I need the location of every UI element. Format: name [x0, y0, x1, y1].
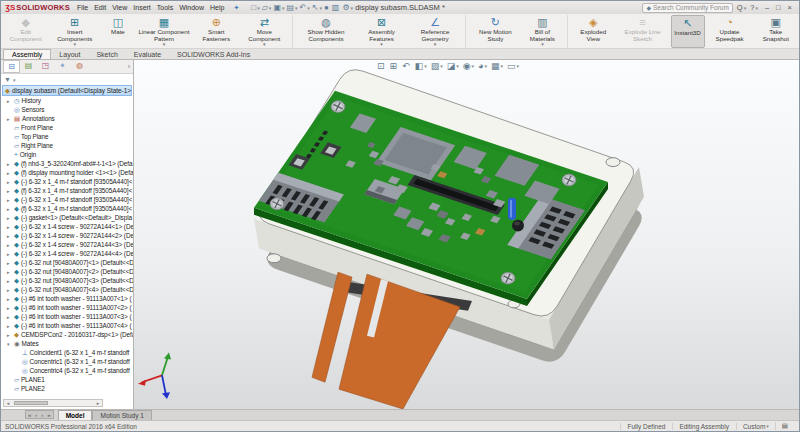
tab-displaymanager[interactable]: ◍ [71, 60, 88, 73]
assembly-features-button[interactable]: ⊠ Assembly Features ▾ [355, 15, 408, 48]
expand-arrow-icon[interactable]: ▸ [7, 251, 12, 257]
restore-button[interactable]: □ [773, 3, 784, 12]
status-item[interactable]: ▤ [775, 422, 795, 430]
menu-item[interactable]: Edit [91, 4, 109, 11]
close-button[interactable]: × [785, 3, 795, 12]
expand-arrow-icon[interactable]: ▸ [7, 224, 12, 230]
file-properties-button[interactable]: ▥ [332, 3, 341, 12]
insert-components-button[interactable]: ⊞ Insert Components ▾ [48, 15, 100, 48]
bill-of-materials-button[interactable]: ▥ Bill of Materials ▾ [521, 15, 568, 48]
dropdown-caret[interactable]: ▾ [295, 5, 298, 11]
dropdown-caret[interactable]: ▾ [485, 63, 488, 69]
dropdown-caret[interactable]: ▾ [755, 5, 758, 11]
tree-horizontal-scrollbar[interactable]: ◂ ▸ [3, 399, 103, 407]
smart-fasteners-button[interactable]: ⊕ Smart Fasteners [193, 15, 240, 48]
search-box[interactable]: ◆ Search Community Forum [642, 3, 732, 13]
dropdown-caret[interactable]: ▾ [282, 5, 285, 11]
dropdown-caret[interactable]: ▾ [163, 42, 166, 47]
tree-item[interactable]: ◎ Sensors [1, 105, 133, 114]
tree-item[interactable]: ▸ ◆ (-) 6-32 x 1-4 screw - 90272A144<1> … [1, 222, 133, 231]
dropdown-caret[interactable]: ▾ [307, 5, 310, 11]
explode-line-sketch-button[interactable]: ≡ Explode Line Sketch [614, 15, 670, 48]
dropdown-caret[interactable]: ▾ [440, 63, 443, 69]
tab-scroll-arrow-icon[interactable]: » [45, 412, 52, 418]
dropdown-caret[interactable]: ▾ [456, 63, 459, 69]
print-button[interactable]: ▤▾ [286, 3, 297, 12]
dropdown-caret[interactable]: ▾ [269, 5, 272, 11]
undo-button[interactable]: ↶▾ [300, 3, 310, 12]
dropdown-caret[interactable]: ▾ [73, 42, 76, 47]
tree-item[interactable]: ▸ ◆ (-) #6 int tooth washer - 91113A007<… [1, 294, 133, 303]
reference-geometry-button[interactable]: ∠ Reference Geometry ▾ [408, 15, 466, 48]
tree-item[interactable]: ▸ ◆ (-) 6-32 x 1-4 screw - 90272A144<4> … [1, 249, 133, 258]
status-item[interactable]: Fully Defined [620, 423, 672, 430]
dropdown-caret[interactable]: ▾ [517, 63, 520, 69]
tree-item[interactable]: ▱ PLANE1 [1, 375, 133, 384]
expand-arrow-icon[interactable]: ▸ [7, 260, 12, 266]
display-style-button[interactable]: ◪▾ [447, 61, 459, 71]
tree-item[interactable]: ▸ ◆ (-) #6 int tooth washer - 91113A007<… [1, 312, 133, 321]
previous-view-button[interactable]: ↶ [402, 61, 411, 71]
save-button[interactable]: ▣▾ [273, 3, 284, 12]
bottom-tab[interactable]: Model [58, 410, 93, 420]
tree-item[interactable]: ⊥ Coincident1 (6-32 x 1_4 m-f standoff [1, 348, 133, 357]
linear-component-pattern-button[interactable]: ▦ Linear Component Pattern ▾ [135, 15, 193, 48]
expand-arrow-icon[interactable]: ▾ [7, 341, 12, 347]
status-item[interactable]: Editing Assembly [672, 423, 736, 430]
tree-item[interactable]: ▸ ◆ (-) #6 int tooth washer - 91113A007<… [1, 321, 133, 330]
select-button[interactable]: ↖▾ [312, 3, 322, 12]
tree-item[interactable]: ▸ ◆ (f) display mounting holder <1><1> (… [1, 168, 133, 177]
open-document-button[interactable]: ▱▾ [262, 3, 272, 12]
dropdown-caret[interactable]: ▾ [424, 63, 427, 69]
tree-item[interactable]: ▸ ◆ (-) 6-32 x 1-4 screw - 90272A144<3> … [1, 240, 133, 249]
tab-scroll-arrow-icon[interactable]: « [26, 412, 33, 418]
scrollbar-thumb[interactable] [14, 401, 48, 405]
bottom-tab[interactable]: Motion Study 1 [92, 410, 151, 420]
show-hidden-components-button[interactable]: ◍ Show Hidden Components [297, 15, 355, 48]
dropdown-caret[interactable]: ▾ [434, 42, 437, 47]
expand-arrow-icon[interactable]: ▸ [7, 215, 12, 221]
scroll-left-arrow-icon[interactable]: ◂ [4, 400, 12, 406]
rebuild-button[interactable]: ● [324, 3, 330, 12]
menu-item[interactable]: Insert [130, 4, 154, 11]
instant3d-button[interactable]: ↖ Instant3D [671, 15, 705, 48]
tab-scroll-strip[interactable]: «‹›» [25, 410, 54, 419]
expand-arrow-icon[interactable]: ▸ [7, 197, 12, 203]
tree-item[interactable]: ▸ ◆ CEMDSPCon2 - 20160317-dsp<1> (Defaul… [1, 330, 133, 339]
scroll-right-arrow-icon[interactable]: ▸ [94, 400, 102, 406]
model-3d[interactable] [134, 60, 799, 409]
tab-featuremanager-tree[interactable]: ⊟ [3, 60, 20, 73]
tree-item[interactable]: ▸ ◆ (-) 6-32 x 1-4 screw - 90272A144<2> … [1, 231, 133, 240]
tab-dimxpertmanager[interactable]: ⌖ [54, 60, 71, 73]
tree-item[interactable]: ▸ ◆ (f) 6-32 x 1_4 m-f standoff [93505A4… [1, 204, 133, 213]
help-button[interactable]: ?▾ [750, 3, 758, 12]
move-component-button[interactable]: ⇄ Move Component ▾ [240, 15, 293, 48]
menu-item[interactable]: View [109, 4, 130, 11]
expand-arrow-icon[interactable]: ▸ [7, 170, 12, 176]
mate-button[interactable]: ◫ Mate [101, 15, 135, 48]
dropdown-caret[interactable]: ▾ [263, 42, 266, 47]
menu-item[interactable]: Tools [154, 4, 176, 11]
expand-arrow-icon[interactable]: ▸ [7, 98, 12, 104]
section-view-button[interactable]: ◧▾ [415, 61, 427, 71]
tree-item[interactable]: ▸ ◆ (-) 6-32 x 1_4 m-f standoff [93505A4… [1, 177, 133, 186]
command-manager-tab[interactable]: Sketch [88, 49, 125, 59]
new-document-button[interactable]: □▾ [251, 3, 259, 12]
tree-item[interactable]: ▱ Front Plane [1, 123, 133, 132]
tree-item[interactable]: ▱ Top Plane [1, 132, 133, 141]
status-item[interactable]: Custom▾ [736, 423, 775, 430]
update-speedpak-button[interactable]: ◔ Update Speedpak [705, 15, 755, 48]
command-manager-tab[interactable]: Evaluate [126, 49, 169, 59]
dropdown-caret[interactable]: ▾ [13, 77, 16, 83]
tree-item[interactable]: ▸ ▤ Annotations [1, 114, 133, 123]
tree-item[interactable]: ▸ ◆ (-) 6-32 nut [90480A007]<1> (Default… [1, 258, 133, 267]
expand-arrow-icon[interactable]: ▸ [7, 296, 12, 302]
expand-arrow-icon[interactable]: ▸ [7, 242, 12, 248]
command-manager-tab[interactable]: SOLIDWORKS Add-Ins [169, 49, 258, 59]
expand-arrow-icon[interactable]: ▸ [7, 287, 12, 293]
command-manager-tab[interactable]: Layout [51, 49, 88, 59]
menu-item[interactable]: Window [176, 4, 207, 11]
apply-scene-button[interactable]: ▦▾ [491, 61, 503, 71]
expand-arrow-icon[interactable]: ▸ [7, 179, 12, 185]
tree-item[interactable]: ▸ ◷ History [1, 96, 133, 105]
